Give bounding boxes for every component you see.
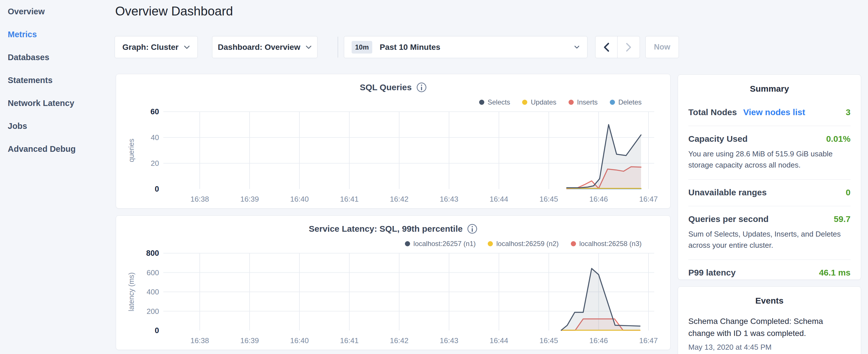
sidebar-item-advanced-debug[interactable]: Advanced Debug [0,137,115,160]
time-range-badge: 10m [351,41,372,54]
svg-text:16:45: 16:45 [539,195,558,203]
svg-text:16:40: 16:40 [290,336,309,345]
svg-text:16:44: 16:44 [490,336,508,345]
svg-text:16:40: 16:40 [290,195,309,203]
view-nodes-list-link[interactable]: View nodes list [743,107,805,117]
time-prev-button[interactable] [595,36,618,58]
svg-text:200: 200 [147,307,159,316]
summary-row: Total NodesView nodes list3 [688,99,850,126]
graph-scope-dropdown-label: Graph: Cluster [122,43,179,52]
summary-row-label: Total Nodes [688,107,737,117]
app-root: OverviewMetricsDatabasesStatementsNetwor… [0,0,868,354]
svg-text:16:41: 16:41 [340,195,359,203]
svg-text:16:44: 16:44 [490,195,508,203]
sidebar-item-metrics[interactable]: Metrics [0,23,115,46]
summary-row-value: 46.1 ms [819,268,850,278]
summary-title: Summary [678,75,861,94]
dashboard-dropdown[interactable]: Dashboard: Overview [212,36,317,58]
svg-text:0: 0 [155,326,159,335]
event-timestamp: May 13, 2020 at 4:45 PM [688,343,850,352]
summary-rows: Total NodesView nodes list3Capacity Used… [678,94,861,286]
chevron-down-icon [574,45,580,49]
sidebar-item-network-latency[interactable]: Network Latency [0,92,115,115]
page-title: Overview Dashboard [115,4,233,18]
service-latency-chart-card: Service Latency: SQL, 99th percentile lo… [116,215,671,350]
sidebar-item-overview[interactable]: Overview [0,0,115,23]
toolbar-divider [338,37,338,58]
time-range-dropdown[interactable]: 10m Past 10 Minutes [344,36,587,58]
svg-text:16:38: 16:38 [190,195,209,203]
event-item[interactable]: Schema Change Completed: Schema change w… [678,305,861,352]
svg-text:16:46: 16:46 [589,195,608,203]
dashboard-dropdown-label: Dashboard: Overview [218,43,300,52]
summary-row-label: Unavailable ranges [688,188,767,197]
sidebar-nav: OverviewMetricsDatabasesStatementsNetwor… [0,0,115,354]
svg-text:20: 20 [151,159,159,167]
svg-text:16:45: 16:45 [539,336,558,345]
svg-text:16:42: 16:42 [390,336,408,345]
graph-scope-dropdown[interactable]: Graph: Cluster [115,36,198,58]
summary-row-description: You are using 28.6 MiB of 515.9 GiB usab… [688,148,850,171]
sidebar-item-databases[interactable]: Databases [0,46,115,69]
chevron-down-icon [306,45,312,49]
summary-row-label: P99 latency [688,268,736,278]
summary-row: P99 latency46.1 ms [688,260,850,286]
svg-text:16:41: 16:41 [340,336,359,345]
summary-row: Unavailable ranges0 [688,180,850,206]
svg-text:latency (ms): latency (ms) [127,272,135,311]
events-panel: Events Schema Change Completed: Schema c… [678,286,861,354]
event-message: Schema Change Completed: Schema change w… [688,315,850,340]
time-next-button[interactable] [618,36,640,58]
svg-text:0: 0 [155,185,159,193]
time-step-buttons [595,36,640,58]
summary-row-description: Sum of Selects, Updates, Inserts, and De… [688,229,850,251]
svg-text:40: 40 [151,133,159,142]
chevron-down-icon [184,45,190,49]
summary-row: Capacity Used0.01%You are using 28.6 MiB… [688,126,850,180]
events-list: Schema Change Completed: Schema change w… [678,305,861,352]
sidebar-item-statements[interactable]: Statements [0,69,115,92]
summary-row-value: 3 [846,107,850,117]
chevron-left-icon [603,42,610,52]
svg-text:16:46: 16:46 [589,336,608,345]
svg-text:800: 800 [146,249,159,257]
summary-row: Queries per second59.7Sum of Selects, Up… [688,206,850,260]
svg-text:400: 400 [147,288,159,296]
sql-queries-chart-card: SQL Queries SelectsUpdatesInsertsDeletes… [116,74,671,208]
summary-row-label: Capacity Used [688,134,748,144]
svg-text:600: 600 [147,268,159,277]
chevron-right-icon [626,42,632,52]
svg-text:60: 60 [150,107,159,116]
svg-text:16:39: 16:39 [240,336,259,345]
svg-text:16:43: 16:43 [440,336,458,345]
svg-text:16:42: 16:42 [390,195,408,203]
summary-row-label: Queries per second [688,214,769,224]
svg-text:16:38: 16:38 [190,336,209,345]
now-button[interactable]: Now [645,36,679,58]
svg-text:16:39: 16:39 [240,195,259,203]
svg-text:16:47: 16:47 [639,336,658,345]
time-range-label: Past 10 Minutes [380,43,440,52]
events-title: Events [678,287,861,305]
sidebar-item-jobs[interactable]: Jobs [0,115,115,137]
summary-panel: Summary Total NodesView nodes list3Capac… [678,74,861,280]
svg-text:16:43: 16:43 [440,195,458,203]
svg-text:queries: queries [127,139,135,162]
svg-text:16:47: 16:47 [639,195,658,203]
summary-row-value: 0 [846,188,850,197]
summary-row-value: 0.01% [826,134,850,144]
summary-row-value: 59.7 [834,214,850,224]
